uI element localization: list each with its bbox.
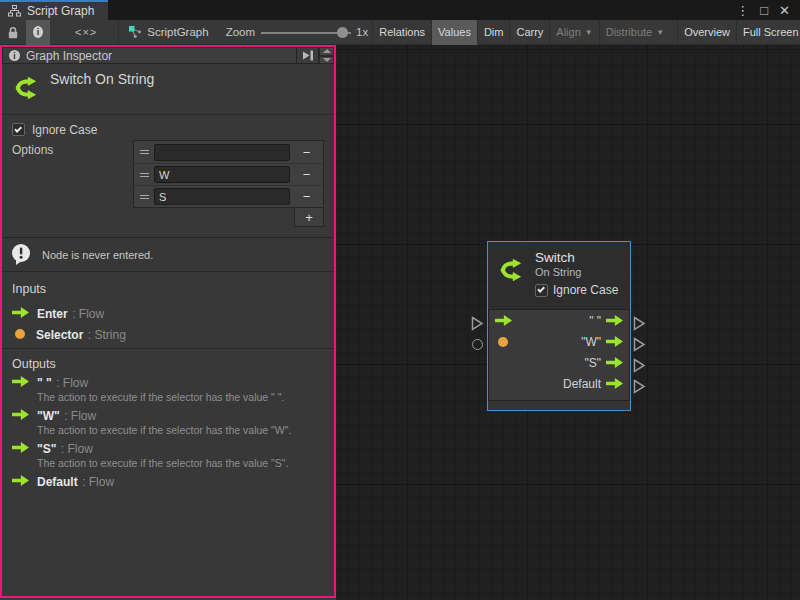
menu-icon[interactable]: ⋮ — [736, 3, 749, 18]
inspector-title: Graph Inspector — [26, 49, 112, 63]
zoom-slider-handle[interactable] — [337, 27, 348, 38]
drag-handle-icon[interactable] — [134, 195, 154, 199]
flow-port-icon — [12, 409, 29, 420]
script-graph-window: Script Graph ⋮ □ ✕ i <×> — [0, 0, 800, 600]
inputs-title: Inputs — [2, 282, 334, 297]
code-view-button[interactable]: <×> — [68, 20, 104, 45]
option-input[interactable]: S — [154, 188, 290, 205]
output-port-icon[interactable] — [606, 315, 623, 326]
zoom-value: 1x — [356, 26, 368, 38]
remove-option-button[interactable]: − — [290, 167, 323, 182]
carry-button[interactable]: Carry — [509, 20, 549, 45]
option-input[interactable]: W — [154, 166, 290, 183]
output-connection-triangle[interactable] — [633, 316, 646, 331]
enter-port-icon[interactable] — [495, 315, 512, 326]
zoom-slider[interactable] — [261, 20, 351, 45]
distribute-button[interactable]: Distribute▼ — [599, 20, 670, 45]
output-port-icon[interactable] — [606, 378, 623, 389]
chevron-down-icon: ▼ — [585, 28, 593, 37]
port-label: "S" — [584, 356, 601, 370]
option-input[interactable] — [154, 144, 290, 161]
scroll-up-button[interactable] — [319, 47, 334, 56]
unit-title-block: Switch On String — [2, 64, 334, 115]
warning-icon — [10, 243, 33, 266]
warning-text: Node is never entered. — [42, 249, 153, 261]
graph-name: ScriptGraph — [147, 26, 208, 38]
ignore-case-row: Ignore Case — [2, 122, 334, 137]
port-label: "W" — [581, 335, 601, 349]
port-type: : Flow — [56, 376, 88, 390]
arrow-up-icon — [323, 49, 331, 53]
section-divider — [2, 348, 334, 349]
ignore-case-checkbox[interactable] — [12, 123, 25, 136]
relations-button[interactable]: Relations — [372, 20, 431, 45]
node-title: Switch — [535, 250, 618, 265]
options-list: − W − S − + — [133, 140, 324, 227]
ignore-case-label: Ignore Case — [32, 123, 97, 137]
options-block: Options − W − S − — [2, 140, 334, 227]
output-connection-triangle[interactable] — [633, 358, 646, 373]
graph-inspector-panel: i Graph Inspector Switch On Stri — [0, 45, 336, 598]
output-connection-triangle[interactable] — [633, 337, 646, 352]
check-icon — [14, 125, 22, 133]
graph-breadcrumb[interactable]: ScriptGraph — [121, 20, 215, 45]
check-icon — [537, 285, 545, 293]
outputs-title: Outputs — [2, 357, 334, 372]
divider — [118, 20, 119, 45]
output-port-block: "S" : Flow The action to execute if the … — [2, 438, 334, 471]
overview-button[interactable]: Overview — [677, 20, 736, 45]
code-icon: <×> — [75, 26, 97, 38]
add-option-button[interactable]: + — [294, 208, 324, 227]
dock-button[interactable] — [297, 47, 319, 64]
close-icon[interactable]: ✕ — [779, 3, 790, 18]
output-port-icon[interactable] — [606, 357, 623, 368]
flow-port-icon — [12, 475, 29, 486]
selector-port-icon[interactable] — [498, 337, 508, 347]
port-type: : Flow — [72, 307, 104, 321]
input-connection-triangle[interactable] — [471, 316, 484, 331]
switch-node[interactable]: Switch On String Ignore Case " " "W" — [487, 241, 631, 411]
port-name: "W" — [37, 409, 60, 423]
lock-icon — [7, 26, 19, 39]
remove-option-button[interactable]: − — [290, 145, 323, 160]
drag-handle-icon[interactable] — [134, 173, 154, 177]
flow-port-icon — [12, 442, 29, 453]
values-button[interactable]: Values — [431, 20, 477, 45]
unit-title: Switch On String — [50, 71, 154, 114]
dim-button[interactable]: Dim — [477, 20, 510, 45]
output-port-icon[interactable] — [606, 336, 623, 347]
option-row: − — [134, 141, 323, 163]
align-button[interactable]: Align▼ — [549, 20, 598, 45]
switch-node-body: " " "W" "S" Default — [488, 310, 630, 400]
option-row: S − — [134, 185, 323, 207]
port-name: " " — [37, 376, 52, 390]
port-type: : String — [88, 328, 126, 342]
inspector-toggle-button[interactable]: i — [26, 20, 50, 45]
drag-handle-icon[interactable] — [134, 150, 154, 154]
selector-connection-circle[interactable] — [472, 339, 483, 350]
node-ignore-case: Ignore Case — [535, 283, 618, 297]
options-label: Options — [12, 143, 53, 157]
scroll-down-button[interactable] — [319, 56, 334, 65]
lock-button[interactable] — [0, 20, 26, 45]
switch-icon — [12, 73, 42, 103]
port-name: "S" — [37, 442, 56, 456]
node-ignore-case-checkbox[interactable] — [535, 284, 548, 297]
output-port-block: " " : Flow The action to execute if the … — [2, 372, 334, 405]
maximize-icon[interactable]: □ — [760, 3, 768, 18]
remove-option-button[interactable]: − — [290, 189, 323, 204]
node-subtitle: On String — [535, 266, 618, 278]
tab-bar: Script Graph ⋮ □ ✕ — [0, 0, 800, 20]
tab-script-graph[interactable]: Script Graph — [0, 0, 108, 20]
switch-node-footer — [488, 400, 630, 410]
port-name: Default — [37, 475, 78, 489]
window-controls: ⋮ □ ✕ — [736, 0, 800, 20]
warning-box: Node is never entered. — [2, 237, 334, 272]
output-connection-triangle[interactable] — [633, 379, 646, 394]
graph-canvas[interactable]: Switch On String Ignore Case " " "W" — [336, 45, 800, 600]
fullscreen-button[interactable]: Full Screen — [736, 20, 800, 45]
port-type: : Flow — [64, 409, 96, 423]
switch-node-header: Switch On String Ignore Case — [488, 242, 630, 310]
port-label: Default — [563, 377, 601, 391]
node-ignore-case-label: Ignore Case — [553, 283, 618, 297]
